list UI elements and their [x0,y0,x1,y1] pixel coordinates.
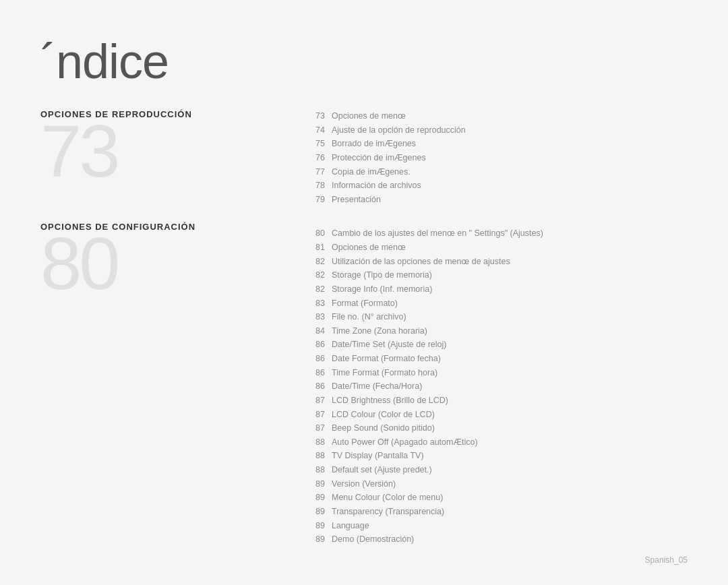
list-item: 86Time Format (Formato hora) [310,366,688,380]
configuration-entries: 80Cambio de los ajustes del menœ en " Se… [310,226,688,546]
list-item: 83File no. (N° archivo) [310,310,688,324]
page-container: ´ndice OPCIONES DE REPRODUCCIÓN 73 OPCIO… [0,0,728,585]
right-column: 73Opciones de menœ 74Ajuste de la opción… [297,109,688,560]
list-item: 87LCD Brightness (Brillo de LCD) [310,394,688,408]
list-item: 78Información de archivos [310,179,688,193]
list-item: 81Opciones de menœ [310,241,688,255]
section-reproduction-number: 73 [40,114,297,188]
list-item: 82Storage (Tipo de memoria) [310,268,688,282]
section-reproduction: OPCIONES DE REPRODUCCIÓN 73 [40,109,297,188]
list-item: 87LCD Colour (Color de LCD) [310,408,688,422]
list-item: 89Transparency (Transparencia) [310,505,688,519]
list-item: 80Cambio de los ajustes del menœ en " Se… [310,226,688,241]
right-section-configuration: 80Cambio de los ajustes del menœ en " Se… [310,226,688,546]
list-item: 89Demo (Demostración) [310,532,688,547]
list-item: 76Protección de imÆgenes [310,151,688,165]
list-item: 77Copia de imÆgenes. [310,165,688,179]
list-item: 83Format (Formato) [310,297,688,311]
list-item: 87Beep Sound (Sonido pitido) [310,421,688,435]
reproduction-entries: 73Opciones de menœ 74Ajuste de la opción… [310,109,688,206]
list-item: 89Version (Versión) [310,477,688,491]
section-configuration: OPCIONES DE CONFIGURACIÓN 80 [40,222,297,301]
list-item: 88Auto Power Off (Apagado automÆtico) [310,435,688,450]
list-item: 82Storage Info (Inf. memoria) [310,282,688,297]
list-item: 73Opciones de menœ [310,109,688,123]
list-item: 88Default set (Ajuste predet.) [310,463,688,477]
left-column: OPCIONES DE REPRODUCCIÓN 73 OPCIONES DE … [40,109,297,560]
list-item: 89Menu Colour (Color de menu) [310,491,688,505]
list-item: 86Date Format (Formato fecha) [310,352,688,366]
list-item: 84Time Zone (Zona horaria) [310,324,688,338]
content-area: OPCIONES DE REPRODUCCIÓN 73 OPCIONES DE … [40,109,688,560]
page-title: ´ndice [40,34,688,89]
list-item: 89Language [310,519,688,533]
list-item: 74Ajuste de la opción de reproducción [310,123,688,137]
list-item: 75Borrado de imÆgenes [310,137,688,151]
right-section-reproduction: 73Opciones de menœ 74Ajuste de la opción… [310,109,688,206]
list-item: 86Date/Time (Fecha/Hora) [310,379,688,394]
footer-text: Spanish_05 [645,555,688,565]
section-configuration-number: 80 [40,226,297,301]
list-item: 88TV Display (Pantalla TV) [310,449,688,463]
list-item: 86Date/Time Set (Ajuste de reloj) [310,338,688,352]
list-item: 79Presentación [310,193,688,207]
list-item: 82Utilización de las opciones de menœ de… [310,255,688,269]
